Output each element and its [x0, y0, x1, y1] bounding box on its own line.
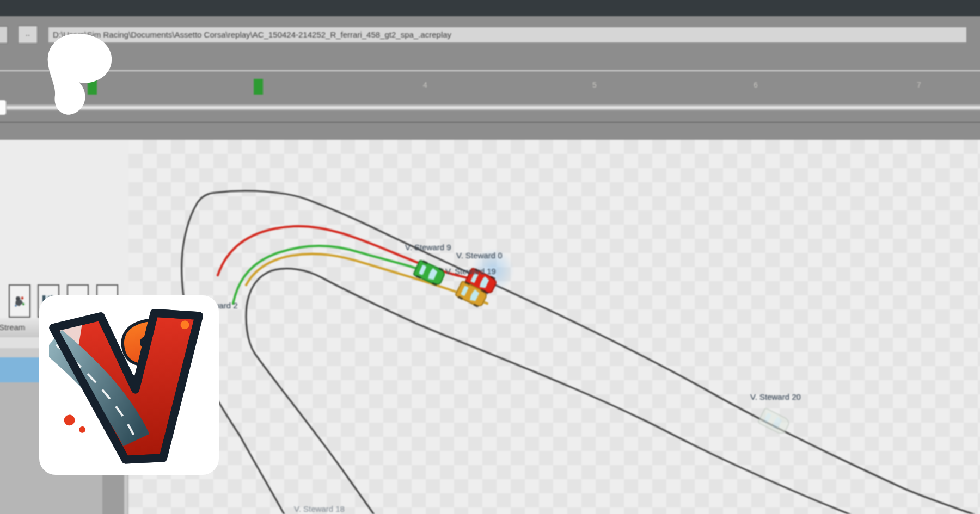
driver-label: V. Steward 9	[405, 243, 451, 252]
vs-logo-card: S	[39, 295, 219, 475]
track-map-canvas[interactable]	[128, 140, 980, 514]
driver-label: V. Steward 0	[456, 251, 503, 260]
edge-button[interactable]	[0, 26, 8, 44]
panel-scrollbar-track	[124, 475, 127, 514]
timeline-event-marker[interactable]	[254, 79, 263, 95]
window-titlebar	[0, 0, 980, 16]
analyze-button[interactable]	[9, 284, 30, 318]
ruler-divider	[0, 70, 980, 71]
browse-button[interactable]: ..	[18, 26, 38, 44]
timeline-tick-7: 7	[917, 80, 921, 89]
timeline-tick-6: 6	[754, 80, 758, 89]
analyze-tool-icon	[13, 294, 27, 308]
toolbar-bottom-divider	[0, 122, 980, 123]
patreon-logo-blob	[41, 30, 117, 120]
driver-label: V. Steward 20	[750, 392, 801, 401]
replay-path-input[interactable]: D:\Users\Sim Racing\Documents\Assetto Co…	[48, 27, 967, 43]
driver-label: V. Steward 19	[445, 267, 496, 276]
timeline-slider-handle[interactable]	[0, 100, 7, 115]
timeline-tick-4: 4	[423, 80, 427, 89]
timeline-slider-track[interactable]	[0, 104, 980, 110]
driver-label: V. Steward 18	[294, 504, 345, 513]
vs-logo-sticker: S	[49, 300, 212, 472]
timeline-tick-5: 5	[592, 80, 597, 89]
panel-scrollbar[interactable]	[102, 475, 124, 514]
